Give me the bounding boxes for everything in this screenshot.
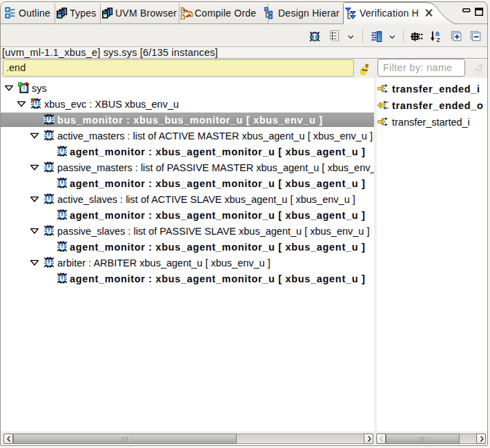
svg-text:z: z (437, 35, 440, 43)
